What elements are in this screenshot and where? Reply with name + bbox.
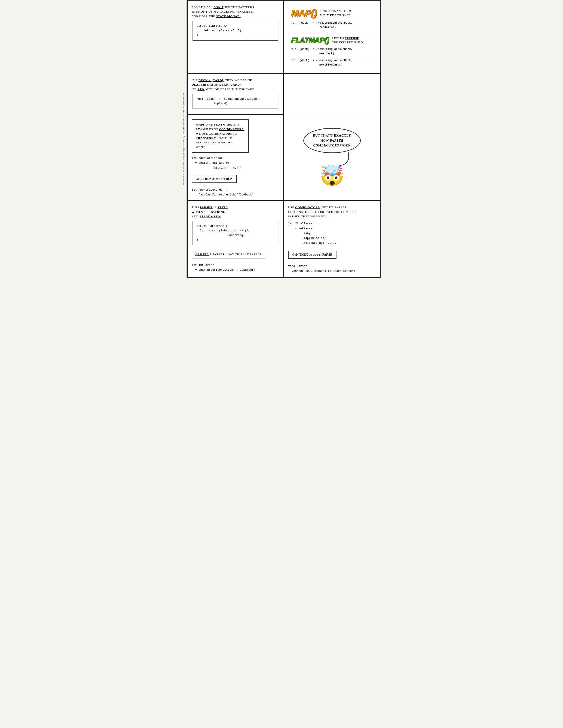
cell5-code2: let (nextFaceCard, _) = faceCardFinder.r…: [192, 188, 279, 197]
speech-bubble: But that's EXACTLY how PARSER COMBINATOR…: [304, 128, 361, 153]
map-description: LETS US TRANSFORM THE TYPE RETURNED: [320, 9, 352, 17]
cell-map-flatmap: MAP() LETS US TRANSFORM THE TYPE RETURNE…: [284, 1, 380, 74]
flatmap-header: FLATMAP() LETS US RECURSE THE TYPE RETUR…: [291, 36, 373, 44]
speech-bubble-tail: [340, 152, 349, 166]
cell-combinators: MAP() and FLATMAP() are examples of COMB…: [187, 115, 284, 201]
only-then-parse-box: Only THEN do we call PARSE: [288, 248, 376, 262]
sidebar-label: See more in "A Functional Programming Ki…: [182, 93, 185, 185]
create-parser-box: CREATE a parser – say this int parser: [192, 250, 265, 259]
cell-deck-dealer: If a DECK = [CARD], then we define DEALE…: [187, 74, 284, 115]
cell1-header: Sometimes I DON'T see the patterns IN FR…: [192, 5, 279, 19]
main-page: Sometimes I DON'T see the patterns IN FR…: [186, 0, 381, 278]
only-then-run-label: Only THEN do we call RUN: [192, 175, 237, 183]
flatmap-code1: run: (deck) -> (remainingCardsInDeck, ne…: [291, 46, 373, 57]
cell3-code: run: (deck) -> (remainingCardsInDeck, to…: [192, 94, 278, 109]
cell8-header: Use COMBINATORS (get it? Parser Combinat…: [288, 205, 376, 219]
flatmap-logo: FLATMAP(): [291, 36, 329, 44]
cell1-code: struct State<S, A> { let run: (S) -> (A,…: [192, 21, 278, 41]
create-parser-label: CREATE a parser – say this int parser: [195, 253, 261, 256]
cell8-code1: let finalParser = intParser .many .map{$…: [288, 221, 376, 246]
flatmap-section: FLATMAP() LETS US RECURSE THE TYPE RETUR…: [288, 33, 376, 70]
cell3-header: If a DECK = [CARD], then we define DEALE…: [192, 78, 279, 92]
map-code: run: (deck) -> (remainingCardsInDeck, ra…: [291, 20, 373, 30]
combinators-header-text: MAP() and FLATMAP() are examples of COMB…: [196, 122, 245, 149]
speech-text: But that's EXACTLY how PARSER COMBINATOR…: [309, 133, 355, 148]
cell5-code1: let faceCardFinder = dealer.next(where: …: [192, 156, 279, 170]
cell-parser-state: This PARSER is STATE with S = SUBSTRING …: [187, 201, 284, 277]
map-header: MAP() LETS US TRANSFORM THE TYPE RETURNE…: [291, 8, 373, 18]
explosion-emoji: 🤯: [320, 164, 345, 188]
cell-state-monad: Sometimes I DON'T see the patterns IN FR…: [187, 1, 284, 74]
map-section: MAP() LETS US TRANSFORM THE TYPE RETURNE…: [288, 5, 376, 33]
cell7-header: This PARSER is STATE with S = SUBSTRING …: [192, 205, 279, 219]
only-then-parse-label: Only THEN do we call PARSE: [288, 251, 337, 259]
cell-speech-bubble: But that's EXACTLY how PARSER COMBINATOR…: [284, 115, 380, 201]
cell7-code2: let intParser = charParser(condition: \.…: [192, 263, 279, 272]
cell8-code2: finalParser .parse("1000 Reasons to lear…: [288, 264, 376, 274]
map-logo: MAP(): [291, 8, 317, 18]
cell7-code1: struct Parser<A> { let parse: (Substring…: [192, 221, 278, 245]
cell-use-combinators: Use COMBINATORS (get it? Parser Combinat…: [284, 201, 380, 277]
only-then-run-box: Only THEN do we call RUN: [192, 172, 279, 186]
combinators-header-box: MAP() and FLATMAP() are examples of COMB…: [192, 119, 249, 153]
flatmap-description: LETS US RECURSE THE TYPE RETURNED: [332, 36, 363, 44]
flatmap-code2: run: (deck) -> (remainingCardsInDeck, ne…: [291, 57, 373, 67]
